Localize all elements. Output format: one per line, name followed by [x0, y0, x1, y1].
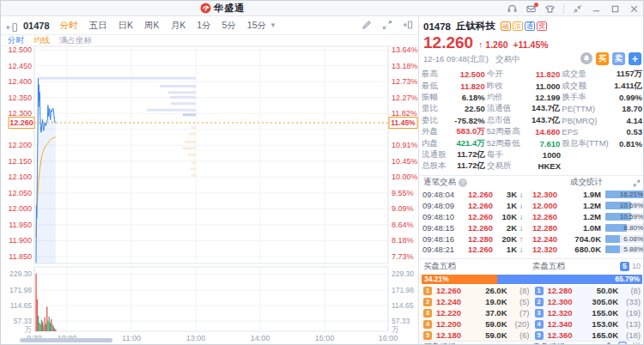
quote-value: 11.72亿	[447, 160, 486, 172]
draw-tools-icon[interactable]	[361, 18, 372, 33]
stats-bar: 8.80%	[605, 224, 644, 232]
tick-panel-title: 逐笔交易	[423, 177, 456, 188]
tick-price: 12.260	[459, 201, 493, 210]
quote-field: EPS0.53	[562, 127, 642, 136]
bid-level-row[interactable]: 512.18059.0K(6)	[422, 330, 532, 341]
chart-scrollbar[interactable]	[20, 338, 112, 342]
close-icon[interactable]	[629, 3, 640, 15]
bid-level-row[interactable]: 212.24019.0K(5)	[422, 296, 532, 307]
subtab-均线[interactable]: 均线	[33, 35, 50, 46]
ask-level-row[interactable]: 412.340153.0K(13)	[533, 318, 643, 330]
quote-label: 总市值	[487, 115, 512, 126]
market-status-row: 12-16 09:48(北京) 交易中 买 卖 +	[419, 51, 644, 67]
quote-field: 52周最高14.680	[487, 126, 561, 137]
tab-1分[interactable]: 1分	[197, 20, 210, 32]
bid-level-row[interactable]: 112.26026.0K(8)	[422, 286, 532, 297]
svg-text:万: 万	[392, 325, 399, 334]
quote-value: HKEX	[512, 161, 562, 171]
sell-button[interactable]: 卖	[612, 52, 625, 65]
quote-value: 0.81%	[609, 139, 642, 148]
tick-row[interactable]: 09:48:0912.2601K↓	[419, 200, 529, 211]
bid-level-row[interactable]: 412.20059.0K(20)	[422, 318, 532, 330]
level-price: 12.280	[548, 286, 579, 295]
ask-level-row[interactable]: 212.300305.0K(33)	[533, 296, 643, 307]
broker-person-icon[interactable]	[605, 342, 613, 345]
theme-skin-icon[interactable]	[544, 3, 556, 15]
tick-row[interactable]: 09:48:1512.2602K↓	[419, 222, 529, 233]
tab-五日[interactable]: 五日	[89, 20, 107, 32]
subtab-满占坐标[interactable]: 满占坐标	[59, 35, 92, 46]
svg-text:7.73%: 7.73%	[392, 252, 414, 261]
ask-brokers-tab[interactable]: 卖盘经纪	[532, 342, 605, 345]
stats-row[interactable]: 12.240704.0K6.08%	[532, 233, 644, 245]
toggle-5-levels[interactable]: 5	[620, 262, 629, 271]
quote-label: 昨收	[487, 81, 503, 92]
tab-15分[interactable]: 15分	[247, 20, 266, 32]
expand-stats-icon[interactable]	[633, 179, 641, 189]
add-watchlist-button[interactable]: +	[629, 52, 641, 65]
bid-level-row[interactable]: 312.22037.0K(7)	[422, 307, 532, 318]
sidebar-toggle-icon[interactable]	[6, 21, 18, 31]
stock-name: 丘钛科技	[456, 20, 495, 33]
maximize-icon[interactable]	[610, 3, 621, 15]
subtab-分时[interactable]: 分时	[8, 35, 24, 46]
tick-row[interactable]: 09:48:0412.2603K↓	[419, 190, 529, 201]
minimize-icon[interactable]	[591, 3, 602, 15]
level-order-count: (13)	[618, 319, 641, 329]
quote-value: 421.4万	[438, 138, 485, 149]
intraday-chart[interactable]: 12.50013.64%12.45013.18%12.40012.73%12.3…	[1, 46, 418, 345]
broker-table-icon[interactable]	[618, 342, 627, 345]
stats-row[interactable]: 12.0001.2M10.69%	[532, 200, 644, 211]
quote-label: 交易所	[487, 160, 512, 172]
bid-brokers-tab[interactable]: 买盘经纪	[423, 342, 532, 345]
current-price: 12.260	[423, 34, 473, 51]
quote-row: 振幅6.18%均价12.199换手率0.99%	[422, 92, 642, 103]
toggle-10-levels[interactable]: 10	[632, 262, 641, 270]
ask-level-row[interactable]: 312.320155.0K(19)	[533, 307, 643, 318]
shrink-window-icon[interactable]	[572, 3, 583, 15]
vertical-divider	[532, 190, 532, 256]
bid-ask-ratio-bar: 34.21% 65.79%	[422, 275, 642, 284]
stats-row[interactable]: 12.2601.2M10.59%	[532, 211, 644, 222]
tick-row[interactable]: 09:48:1612.28020K↑	[419, 233, 529, 245]
tab-分时[interactable]: 分时	[60, 20, 78, 32]
ask-level-row[interactable]: 112.28050.0K(8)	[533, 286, 643, 297]
tab-月K[interactable]: 月K	[171, 20, 186, 32]
svg-text:12.000: 12.000	[8, 204, 32, 213]
quote-value: 1157万	[586, 69, 642, 80]
chart-toolbar: 01478 分时五日日K周K月K1分5分15分 ▼	[1, 16, 418, 35]
broker-grid-dots-icon[interactable]	[632, 342, 641, 345]
chevron-down-icon[interactable]: ▼	[270, 21, 276, 29]
fullscreen-icon[interactable]	[382, 18, 392, 33]
quote-value: 11.000	[503, 82, 561, 91]
stats-volume: 704.0K	[563, 234, 601, 244]
add-panel-icon[interactable]	[403, 18, 413, 33]
tab-5分[interactable]: 5分	[222, 20, 235, 32]
mail-icon[interactable]	[526, 3, 537, 15]
alert-bell-icon[interactable]	[580, 52, 592, 64]
svg-text:15:00: 15:00	[315, 334, 335, 342]
quote-value: 11.820	[438, 82, 485, 91]
tick-volume: 3K	[493, 190, 517, 199]
stats-row[interactable]: 12.3001.9M16.21%	[532, 190, 644, 201]
stats-volume: 680.0K	[563, 245, 601, 254]
support-headset-icon[interactable]	[507, 3, 518, 15]
ask-level-row[interactable]: 512.360165.0K(18)	[533, 330, 643, 341]
tab-日K[interactable]: 日K	[118, 20, 134, 32]
svg-text:万: 万	[25, 325, 33, 334]
stats-row[interactable]: 12.320680.0K5.88%	[532, 245, 644, 256]
tick-row[interactable]: 09:48:2112.2601K↓	[419, 245, 529, 256]
tick-row[interactable]: 09:48:1012.26010K↓	[419, 211, 529, 222]
buy-button[interactable]: 买	[596, 52, 609, 65]
stats-pct: 5.88%	[623, 245, 643, 253]
chart-canvas[interactable]: 12.50013.64%12.45013.18%12.40012.73%12.3…	[1, 46, 418, 345]
quote-field: 交易所HKEX	[487, 160, 561, 172]
svg-text:13.18%: 13.18%	[392, 62, 418, 70]
quote-label: 股息率(TTM)	[562, 138, 608, 149]
help-icon[interactable]: ?	[459, 179, 467, 187]
level-badge: 2	[535, 298, 544, 306]
tab-周K[interactable]: 周K	[144, 20, 160, 32]
svg-text:9.09%: 9.09%	[392, 204, 414, 213]
stats-row[interactable]: 12.2801.0M8.80%	[532, 222, 644, 233]
quote-label: 最低	[422, 81, 438, 92]
